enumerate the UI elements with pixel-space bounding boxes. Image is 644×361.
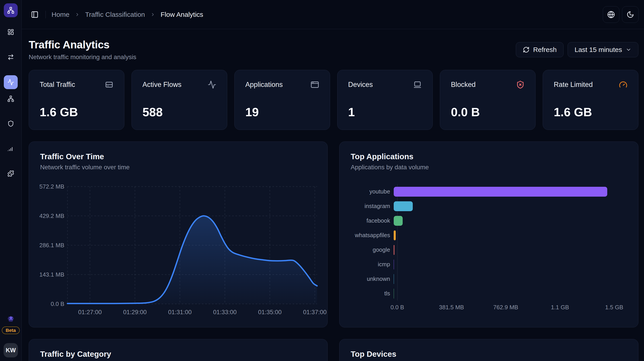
breadcrumb-flow-analytics: Flow Analytics bbox=[161, 11, 203, 18]
bar-row: icmp bbox=[340, 257, 638, 272]
sidebar-item-signal[interactable] bbox=[4, 142, 18, 155]
signal-icon bbox=[8, 145, 14, 152]
topbar-actions bbox=[603, 6, 638, 23]
bar-track bbox=[394, 201, 614, 211]
svg-text:143.1 MB: 143.1 MB bbox=[40, 271, 64, 278]
svg-text:01:33:00: 01:33:00 bbox=[213, 309, 237, 316]
bar-track bbox=[394, 289, 614, 299]
network-icon bbox=[7, 7, 14, 14]
bar bbox=[394, 216, 403, 226]
sidebar-item-flow-analytics[interactable] bbox=[4, 75, 18, 89]
breadcrumb-home[interactable]: Home bbox=[52, 11, 70, 18]
stats-row: Total Traffic 1.6 GB Active Flows 588 Ap… bbox=[29, 70, 638, 130]
bar bbox=[394, 245, 394, 255]
stat-card-applications: Applications 19 bbox=[234, 70, 330, 130]
main-content: Traffic Analytics Network traffic monito… bbox=[22, 29, 644, 361]
time-range-value: Last 15 minutes bbox=[574, 46, 622, 53]
chevron-right-icon bbox=[150, 12, 155, 17]
puzzle-icon bbox=[8, 170, 14, 177]
sidebar-item-transfers[interactable] bbox=[4, 50, 18, 64]
server-drive-icon bbox=[105, 80, 114, 89]
chart-title: Traffic by Category bbox=[40, 350, 316, 359]
stat-card-active-flows: Active Flows 588 bbox=[132, 70, 227, 130]
stat-label: Applications bbox=[245, 81, 283, 89]
bar-track bbox=[394, 260, 614, 269]
bar-row: youtube bbox=[340, 184, 638, 199]
shield-icon bbox=[8, 120, 14, 127]
stat-label: Blocked bbox=[451, 81, 476, 89]
stat-label: Devices bbox=[348, 81, 373, 89]
bar-row: google bbox=[340, 243, 638, 257]
page-subtitle: Network traffic monitoring and analysis bbox=[29, 53, 136, 61]
bar-axis-tick: 0.0 B bbox=[390, 304, 404, 311]
divider bbox=[46, 11, 46, 18]
stat-value: 1.6 GB bbox=[40, 105, 114, 119]
language-button[interactable] bbox=[603, 6, 619, 23]
bar-track bbox=[394, 274, 614, 284]
chevron-right-icon bbox=[75, 12, 80, 17]
chevron-down-icon bbox=[626, 47, 632, 53]
bar-row: facebook bbox=[340, 213, 638, 228]
svg-text:01:27:00: 01:27:00 bbox=[78, 309, 102, 316]
chart-subtitle: Applications by data volume bbox=[351, 164, 627, 171]
top-applications-card: Top Applications Applications by data vo… bbox=[339, 142, 638, 328]
breadcrumb-traffic-classification[interactable]: Traffic Classification bbox=[85, 11, 145, 18]
bar-axis-tick: 1.1 GB bbox=[551, 304, 569, 311]
chart-title: Top Applications bbox=[351, 152, 627, 161]
page-header: Traffic Analytics Network traffic monito… bbox=[29, 38, 638, 61]
bar-track bbox=[394, 245, 614, 255]
activity-icon bbox=[208, 80, 216, 89]
bar-category-label: unknown bbox=[340, 276, 394, 282]
gauge-icon bbox=[619, 80, 628, 89]
arrows-right-left-icon bbox=[8, 54, 14, 60]
stat-value: 1 bbox=[348, 105, 422, 119]
breadcrumb: Home Traffic Classification Flow Analyti… bbox=[52, 11, 203, 18]
laptop-icon bbox=[413, 80, 422, 89]
refresh-button-label: Refresh bbox=[533, 46, 556, 53]
app-logo[interactable] bbox=[4, 3, 18, 17]
stat-value: 588 bbox=[142, 105, 216, 119]
bar-row: instagram bbox=[340, 199, 638, 213]
bar-category-label: whatsappfiles bbox=[340, 232, 394, 239]
top-applications-bar-chart: youtube instagram facebook whatsappfiles… bbox=[340, 184, 638, 312]
bar-category-label: instagram bbox=[340, 203, 394, 210]
stat-value: 0.0 B bbox=[451, 105, 524, 119]
sidebar-toggle-button[interactable] bbox=[30, 10, 40, 19]
theme-toggle-button[interactable] bbox=[622, 6, 638, 23]
svg-text:0.0 B: 0.0 B bbox=[51, 301, 64, 307]
bar-row: tls bbox=[340, 286, 638, 301]
shield-x-icon bbox=[516, 80, 524, 89]
sidebar-item-security[interactable] bbox=[4, 117, 18, 131]
stat-label: Active Flows bbox=[142, 81, 182, 89]
layout-dashboard-icon bbox=[8, 29, 14, 35]
stat-card-blocked: Blocked 0.0 B bbox=[440, 70, 536, 130]
svg-text:572.2 MB: 572.2 MB bbox=[40, 183, 64, 190]
panel-left-icon bbox=[31, 11, 38, 18]
sidebar-footer: Beta KW bbox=[2, 315, 20, 358]
bar bbox=[394, 187, 607, 197]
user-avatar[interactable]: KW bbox=[4, 343, 18, 358]
time-range-select[interactable]: Last 15 minutes bbox=[568, 42, 638, 57]
sidebar: Beta KW bbox=[0, 0, 22, 361]
sidebar-item-dashboard[interactable] bbox=[4, 25, 18, 39]
bar-row: whatsappfiles bbox=[340, 228, 638, 243]
sidebar-item-plugins[interactable] bbox=[4, 167, 18, 180]
svg-text:01:37:00: 01:37:00 bbox=[303, 309, 326, 316]
bar-track bbox=[394, 187, 614, 197]
page-title: Traffic Analytics bbox=[29, 38, 136, 51]
bar-category-label: google bbox=[340, 246, 394, 253]
refresh-icon bbox=[523, 46, 530, 53]
svg-text:01:31:00: 01:31:00 bbox=[168, 309, 192, 316]
topbar: Home Traffic Classification Flow Analyti… bbox=[22, 0, 644, 29]
traffic-by-category-card: Traffic by Category bbox=[29, 339, 328, 361]
stat-value: 19 bbox=[245, 105, 319, 119]
stat-card-rate-limited: Rate Limited 1.6 GB bbox=[543, 70, 638, 130]
refresh-button[interactable]: Refresh bbox=[516, 42, 564, 57]
moon-icon bbox=[626, 11, 634, 18]
sidebar-item-topology[interactable] bbox=[4, 92, 18, 106]
svg-text:01:29:00: 01:29:00 bbox=[123, 309, 147, 316]
chart-title: Traffic Over Time bbox=[40, 152, 316, 161]
globe-icon bbox=[607, 11, 615, 18]
bar-category-label: icmp bbox=[340, 261, 394, 268]
bar bbox=[394, 201, 413, 211]
